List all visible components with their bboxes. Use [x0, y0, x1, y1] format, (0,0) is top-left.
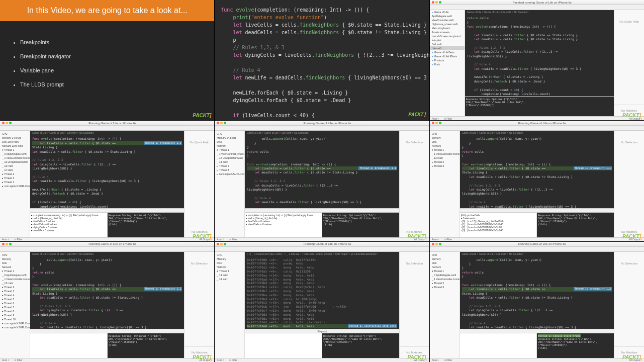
toolbar[interactable]: [0, 126, 214, 131]
close-icon[interactable]: [432, 243, 434, 245]
filter-bar[interactable]: Auto ◊⊙ Filter All Output ◊: [430, 116, 644, 120]
jump-bar[interactable]: Game of Life > Game of Life > Life.swift…: [30, 252, 184, 256]
console-output[interactable]: Thread 1: Choose stack frameResponse Str…: [537, 333, 614, 358]
debug-bar[interactable]: [30, 329, 184, 333]
filter-bar[interactable]: Auto ◊⊙ Filter All Output ◊: [0, 237, 214, 241]
file-item[interactable]: ViewController.swift: [430, 18, 465, 22]
debug-bar[interactable]: [30, 208, 184, 212]
toolbar[interactable]: [215, 247, 429, 252]
minimize-icon[interactable]: [435, 122, 438, 124]
variables-view[interactable]: [30, 333, 108, 358]
variables-view[interactable]: ▸ completion = (remaining: Int) -> () | …: [30, 213, 108, 237]
file-item[interactable]: LaunchScreen.storyboard: [430, 34, 465, 38]
variables-view-po[interactable]: (lldb) po liveCells ▸ 0 elements - [0] :…: [460, 213, 537, 237]
packt-logo: PACKT]: [193, 113, 211, 118]
debug-navigator[interactable]: CPU Memory Disk Network ▾ Thread 1 ⎯ 0 A…: [430, 252, 460, 358]
window-title: Running Game of Life on iPhone 6s: [88, 122, 136, 125]
console-output[interactable]: Response String: Optional("{\"Id\": 200,…: [322, 333, 399, 358]
bullet-item: Breakpoints: [20, 39, 194, 45]
zoom-icon[interactable]: [439, 122, 441, 124]
close-icon[interactable]: [2, 122, 5, 124]
xcode-debug-bp12-threads: Running Game of Life on iPhone 6s CPU Me…: [0, 242, 214, 362]
close-icon[interactable]: [217, 243, 219, 245]
code-block: func evolve(completion: (remaining: Int)…: [221, 6, 423, 120]
file-item[interactable]: Main.storyboard: [430, 26, 465, 30]
toolbar[interactable]: [0, 247, 214, 252]
debug-navigator[interactable]: CPU Memory 24.8 MB Disk Zero KB/s Networ…: [0, 131, 30, 237]
variables-view[interactable]: [245, 333, 322, 358]
console-output: Response String: Optional("{\"Id\": 200,…: [465, 97, 614, 116]
code-editor[interactable]: func evolve(completion: (remaining: Int)…: [30, 135, 184, 208]
close-icon[interactable]: [432, 1, 434, 4]
title-slide: In this Video, we are going to take a lo…: [0, 0, 214, 120]
code-editor[interactable]: cells.append(Cell(x: xLoc, y: yLoc)) } }…: [460, 135, 614, 208]
debug-navigator[interactable]: CPU Memory 24.8 MB Disk Network ▾ Thread…: [215, 131, 245, 237]
window-title: Finished running Game of Life on iPhone …: [513, 1, 572, 4]
file-item[interactable]: AppDelegate.swift: [430, 14, 465, 18]
close-icon[interactable]: [432, 122, 434, 124]
packt-logo: PACKT]: [193, 234, 211, 239]
jump-bar[interactable]: Game of Life > Game of Life > Life.swift…: [465, 10, 614, 14]
folder-item[interactable]: Products: [430, 58, 465, 62]
file-item[interactable]: Assets.xcassets: [430, 30, 465, 34]
zoom-icon[interactable]: [224, 122, 226, 124]
code-editor-large: func evolve(completion: (remaining: Int)…: [215, 0, 429, 120]
project-root[interactable]: Game of Life: [430, 10, 465, 14]
minimize-icon[interactable]: [6, 122, 8, 124]
jump-bar[interactable]: Game of Life > Game of Life > Life.swift…: [460, 252, 614, 256]
console-output[interactable]: Response String: Optional("{\"Id\": 200,…: [108, 333, 185, 358]
close-icon[interactable]: [217, 122, 219, 124]
console-output[interactable]: Response String: Optional("{\"Id\": 200,…: [537, 213, 614, 237]
code-editor[interactable]: cells.append(Cell(x: xLoc, y: yLoc)) } }…: [245, 135, 399, 208]
debug-navigator[interactable]: CPU Memory Disk Network ▾ Thread 1 ⎯ 1 V…: [430, 131, 460, 237]
packt-logo: PACKT]: [622, 113, 641, 118]
debug-bar[interactable]: [460, 208, 614, 212]
zoom-icon[interactable]: [439, 243, 441, 245]
file-item[interactable]: Cell.swift: [430, 42, 465, 46]
minimize-icon[interactable]: [435, 1, 438, 4]
debug-navigator[interactable]: CPU Memory Disk Network ▾ Thread 1 ⎯ 13 …: [215, 252, 245, 358]
jump-bar[interactable]: Game of Life > Game of Life > Life.swift…: [460, 131, 614, 135]
close-icon[interactable]: [2, 243, 5, 245]
debug-bar[interactable]: Step out: [245, 329, 399, 333]
folder-item[interactable]: Game of LifeUITests: [430, 54, 465, 58]
minimize-icon[interactable]: [6, 243, 8, 245]
titlebar: Finished running Game of Life on iPhone …: [430, 0, 644, 5]
minimize-icon[interactable]: [220, 122, 223, 124]
console-output[interactable]: Response String: Optional("{\"Id\": 200,…: [322, 213, 399, 237]
xcode-debug-assembly: Running Game of Life on iPhone 6s CPU Me…: [215, 242, 429, 362]
file-item[interactable]: Highscore_screen.swift: [430, 22, 465, 26]
zoom-icon[interactable]: [9, 122, 12, 124]
quick-help: No Quick Help: [614, 10, 644, 105]
toolbar[interactable]: [430, 5, 644, 10]
jump-bar[interactable]: Game of Life > Game of Life > Life.swift…: [30, 131, 184, 135]
folder-item[interactable]: Game of LifeTests: [430, 50, 465, 54]
console-output[interactable]: Response String: Optional("{\"Id\": 200,…: [108, 213, 185, 237]
toolbar[interactable]: [430, 126, 644, 131]
toolbar[interactable]: [215, 126, 429, 131]
debug-navigator[interactable]: CPU Memory Disk Network ▾ Thread 1 ⎯ 0 A…: [0, 252, 30, 358]
variables-view[interactable]: ▸ completion = (remaining: Int) -> () | …: [245, 213, 322, 237]
zoom-icon[interactable]: [439, 1, 441, 4]
xcode-window-projectnav: Finished running Game of Life on iPhone …: [430, 0, 644, 120]
file-item[interactable]: Info.plist: [430, 38, 465, 42]
jump-bar-asm[interactable]: ⟨ ⟩ | ⎯ 0.Sequence/Type.1.wher... > ⎯ 1.…: [245, 252, 399, 256]
jump-bar[interactable]: Game of Life > Game of Life > Life.swift…: [245, 131, 399, 135]
zoom-icon[interactable]: [9, 243, 12, 245]
xcode-debug-stackframe: Running Game of Life on iPhone 6s CPU Me…: [430, 242, 644, 362]
minimize-icon[interactable]: [220, 243, 223, 245]
project-navigator[interactable]: Game of Life AppDelegate.swift ViewContr…: [430, 10, 465, 116]
debug-bar[interactable]: [245, 208, 399, 212]
code-editor[interactable]: return cells } func evolve(completion: (…: [465, 14, 614, 96]
folder-item[interactable]: Pods: [430, 62, 465, 66]
zoom-icon[interactable]: [224, 243, 226, 245]
file-item-selected[interactable]: Life.swift: [430, 46, 465, 50]
code-editor[interactable]: cells.append(Cell(x: xLoc, y: yLoc)) } }…: [460, 256, 614, 329]
minimize-icon[interactable]: [435, 243, 438, 245]
variables-view[interactable]: [460, 333, 537, 358]
code-editor[interactable]: cells.append(Cell(x: xLoc, y: yLoc)) } }…: [30, 256, 184, 329]
slide-title: In this Video, we are going to take a lo…: [0, 0, 214, 21]
debug-bar[interactable]: [460, 329, 614, 333]
assembly-editor[interactable]: 0x10ffdf090 <+0>: callq 0x10ffe1f9c 0x10…: [245, 256, 399, 329]
toolbar[interactable]: [430, 247, 644, 252]
